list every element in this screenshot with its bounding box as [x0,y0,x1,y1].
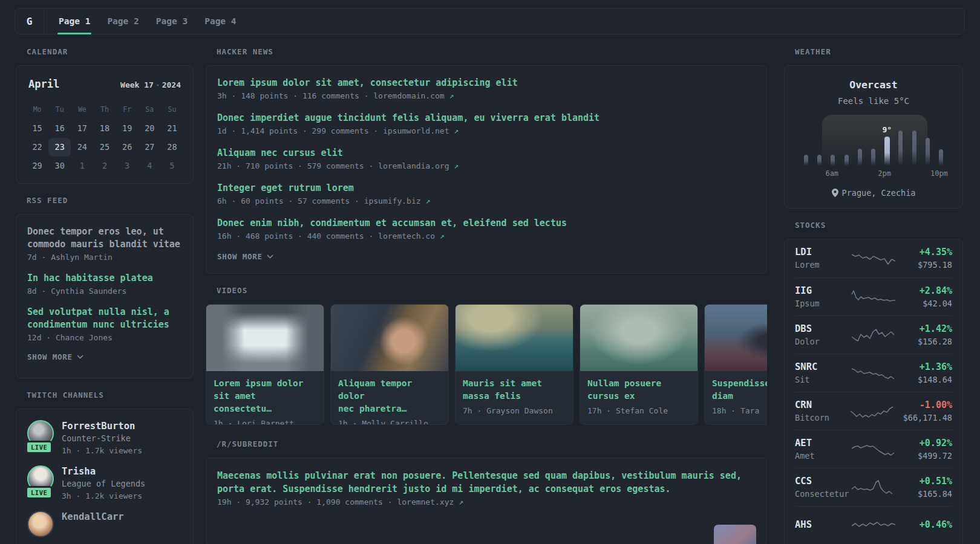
weekday-label: Fr [116,103,139,119]
stock-values: +0.92% $499.72 [904,438,952,461]
stock-symbol-link[interactable]: DBS [795,323,843,335]
hn-item-link[interactable]: Integer eget rutrum lorem [217,182,354,195]
stock-values: +0.46% [904,519,952,532]
weather-bar-slot [812,155,826,166]
calendar-month: April [28,78,59,90]
twitch-channel-link[interactable]: Trisha [62,465,145,478]
stock-sparkline [849,364,898,381]
stock-symbol-link[interactable]: CCS [795,476,843,487]
calendar-day: 24 [71,138,93,157]
rss-item-link[interactable]: Donec tempor eros leo, ut commodo mauris… [27,225,180,251]
avatar[interactable] [27,511,54,537]
weekday-label: Tu [48,103,71,119]
hackernews-widget-title: HACKER NEWS [206,47,767,57]
rss-item: In hac habitasse platea 8d · Cynthia Sau… [27,272,182,297]
stock-symbol-link[interactable]: AET [795,438,843,449]
external-link-icon: ↗ [454,126,459,135]
twitch-channel-meta: 1h · 1.7k viewers [62,445,142,457]
top-nav: G Page 1 Page 2 Page 3 Page 4 [15,8,965,34]
twitch-avatar-wrap [27,511,54,537]
tab-page-4[interactable]: Page 4 [196,8,244,34]
stock-values: +2.84% $42.04 [904,285,952,309]
video-card: Mauris sit amet massa felis 7h · Grayson… [455,304,573,425]
stock-symbol-link[interactable]: CRN [795,400,841,411]
rss-show-more-button[interactable]: SHOW MORE [27,352,182,361]
video-thumbnail[interactable] [456,305,573,371]
video-caption: Nullam posuere cursus ex 17h · Stefan Co… [580,371,697,423]
weather-bar [817,155,822,166]
weather-bar [926,138,930,166]
twitch-card: LIVE ForrestBurton Counter-Strike 1h · 1… [16,409,194,544]
weather-bar [844,155,849,166]
video-meta: 7h · Grayson Dawson [463,406,566,415]
subreddit-post-meta: 19h · 9,932 points · 1,090 comments · lo… [217,497,756,507]
calendar-day: 15 [26,119,48,138]
rss-item-link[interactable]: Sed volutpat nulla nisl, a condimentum n… [27,306,169,331]
calendar-day-next-month: 1 [71,157,93,175]
weather-bar-slot [894,131,907,166]
tab-page-3[interactable]: Page 3 [148,8,196,34]
twitch-channel-link[interactable]: ForrestBurton [62,420,142,432]
subreddit-next-post-thumbnail[interactable] [714,525,756,544]
chevron-down-icon [267,254,273,259]
stock-sparkline [849,326,898,343]
weekday-label: Sa [139,103,161,119]
video-thumbnail[interactable] [580,305,697,371]
calendar-widget-title: CALENDAR [16,47,194,57]
twitch-avatar-wrap: LIVE [27,420,54,457]
video-thumbnail[interactable] [331,305,448,371]
hn-item-meta: 1d · 1,414 points · 299 comments · ipsum… [217,125,756,137]
twitch-channel-row: KendallCarr [27,511,182,537]
stocks-widget: STOCKS LDI Lorem +4.35% $795.18 IIG [784,221,963,544]
video-thumbnail[interactable] [705,305,767,371]
video-title-link[interactable]: Aliquam tempor dolor nec pharetra… [338,377,441,415]
stock-symbol-link[interactable]: IIG [795,285,843,297]
calendar-day-next-month: 2 [93,157,116,175]
stock-sparkline [849,441,898,458]
video-title-link[interactable]: Lorem ipsum dolor sit amet consectetu… [214,377,316,415]
videos-widget-title: VIDEOS [206,286,767,296]
hn-item-link[interactable]: Donec enim nibh, condimentum et accumsan… [217,217,567,230]
weather-bar [912,131,916,166]
stock-symbol-link[interactable]: AHS [795,519,843,531]
hn-item: Lorem ipsum dolor sit amet, consectetur … [217,77,756,102]
hn-item-link[interactable]: Lorem ipsum dolor sit amet, consectetur … [217,77,518,89]
twitch-avatar-wrap: LIVE [27,465,54,502]
hn-show-more-button[interactable]: SHOW MORE [217,252,756,261]
external-link-icon: ↗ [425,196,430,206]
stock-id: CCS Consectetur [795,476,843,499]
stock-symbol-link[interactable]: LDI [795,247,843,258]
hn-item-link[interactable]: Aliquam nec cursus elit [217,147,343,160]
rss-item-link[interactable]: In hac habitasse platea [27,272,153,285]
stock-row: IIG Ipsum +2.84% $42.04 [795,277,952,316]
external-link-icon: ↗ [449,91,454,100]
video-title-link[interactable]: Suspendisse diam [712,377,767,403]
external-link-icon: ↗ [454,161,459,170]
video-title-link[interactable]: Nullam posuere cursus ex [587,377,690,403]
calendar-week: Week 17 [120,80,154,89]
weather-bar [871,149,875,166]
live-badge: LIVE [25,486,53,499]
weather-bar-slot [867,149,880,166]
stock-row: LDI Lorem +4.35% $795.18 [795,239,952,277]
video-title-link[interactable]: Mauris sit amet massa felis [463,377,566,403]
subreddit-post-link[interactable]: Maecenas mollis pulvinar erat non posuer… [217,469,756,496]
hn-item-meta: 16h · 468 points · 440 comments · loremt… [217,230,756,242]
calendar-day: 20 [139,119,161,138]
hn-item-link[interactable]: Donec imperdiet augue tincidunt felis al… [217,112,599,125]
weather-hour-label [917,169,930,179]
calendar-day-selected: 23 [48,138,71,157]
right-column: WEATHER Overcast Feels like 5°C 9° 6am2p… [784,42,963,544]
tab-page-1[interactable]: Page 1 [50,8,99,34]
hn-item-meta: 21h · 710 points · 579 comments · loreml… [217,160,756,172]
rss-widget: RSS FEED Donec tempor eros leo, ut commo… [16,196,194,378]
tab-page-2[interactable]: Page 2 [99,8,147,34]
hackernews-widget: HACKER NEWS Lorem ipsum dolor sit amet, … [206,47,767,274]
twitch-channel-link[interactable]: KendallCarr [62,511,124,523]
stock-symbol-link[interactable]: SNRC [795,361,843,373]
video-thumbnail[interactable] [206,305,324,371]
weather-hour-label [799,169,812,179]
weather-chart-labels: 6am2pm10pm [799,169,948,179]
stock-price: $156.28 [904,336,952,347]
stock-name: Dolor [795,336,843,347]
